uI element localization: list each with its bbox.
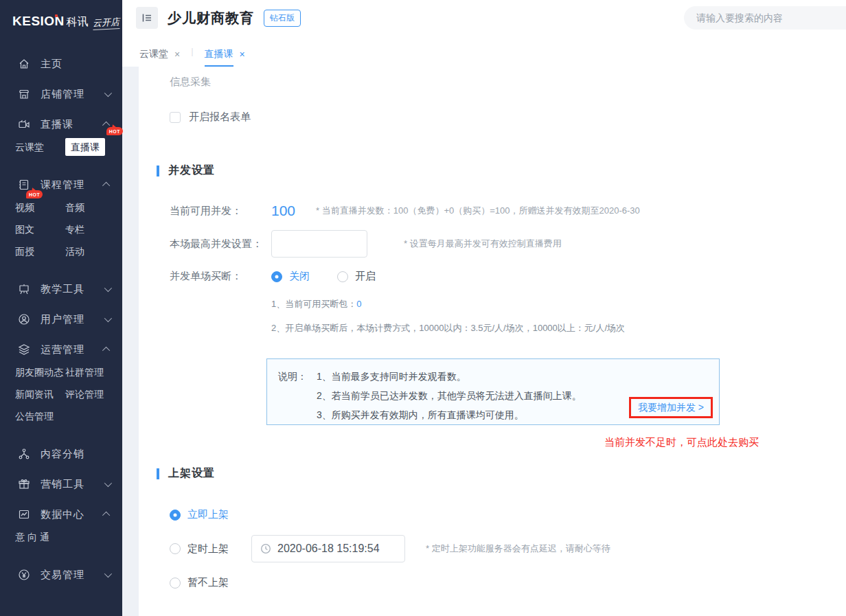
home-icon xyxy=(18,58,30,70)
course-icon xyxy=(18,179,30,191)
tab-separator: | xyxy=(191,46,193,56)
sidebar-item-data-center[interactable]: 数据中心 xyxy=(0,499,122,529)
notice-item-3: 3、所购买并发有效期内，所有直播课均可使用。 xyxy=(317,407,582,423)
page-title: 少儿财商教育 xyxy=(168,9,254,27)
radio-selected-icon xyxy=(170,510,181,521)
submenu-item-offline[interactable]: 面授 xyxy=(15,245,34,258)
sidebar-item-user-management[interactable]: 用户管理 xyxy=(0,304,122,334)
max-concurrency-label: 本场最高并发设置： xyxy=(170,238,271,251)
submenu-item-comments[interactable]: 评论管理 xyxy=(65,388,104,400)
submenu-item-article[interactable]: 图文 xyxy=(15,223,34,236)
submenu-item-cloud-classroom[interactable]: 云课堂 xyxy=(15,141,44,153)
hot-badge: HOT xyxy=(26,190,43,198)
radio-unselected-icon xyxy=(170,578,181,589)
notice-label: 说明： xyxy=(278,368,317,426)
signup-form-label: 开启报名表单 xyxy=(189,111,251,124)
signup-form-checkbox[interactable] xyxy=(170,112,181,123)
sidebar-item-shop-management[interactable]: 店铺管理 xyxy=(0,79,122,109)
sidebar-item-course-management[interactable]: 课程管理 xyxy=(0,170,122,200)
submenu-item-activity[interactable]: 活动 xyxy=(65,245,84,258)
shelf-option-immediate[interactable]: 立即上架 xyxy=(170,508,846,521)
chevron-down-icon xyxy=(104,479,112,487)
submenu-item-announcements[interactable]: 公告管理 xyxy=(15,410,54,422)
teaching-tools-icon xyxy=(18,283,30,295)
shelf-option-scheduled-row: 定时上架 2020-06-18 15:19:54 * 定时上架功能服务器会有点延… xyxy=(170,535,846,562)
available-concurrency-value: 100 xyxy=(271,203,295,219)
distribution-icon xyxy=(18,448,30,460)
notice-box: 说明： 1、当前最多支持同时并发观看数。 2、若当前学员已达并发数，其他学员将无… xyxy=(266,358,720,425)
submenu-item-moments[interactable]: 朋友圈动态 xyxy=(15,366,63,378)
max-concurrency-input[interactable] xyxy=(271,230,367,258)
tab-cloud-classroom[interactable]: 云课堂 × xyxy=(139,36,180,67)
submenu-item-community[interactable]: 社群管理 xyxy=(65,366,104,378)
tab-live-course[interactable]: 直播课 × xyxy=(205,36,245,67)
radio-unselected-icon xyxy=(337,271,348,282)
available-concurrency-label: 当前可用并发： xyxy=(170,205,271,218)
chevron-down-icon xyxy=(104,315,112,322)
sidebar-item-live-course[interactable]: 直播课 xyxy=(0,109,122,139)
content-area: 信息采集 开启报名表单 并发设置 当前可用并发： 100 * 当前直播并发数：1… xyxy=(122,67,846,616)
buyout-hint-2: 2、开启单场买断后，本场计费方式，10000以内：3.5元/人/场次，10000… xyxy=(271,322,846,334)
submenu-course-management: 视频HOT 音频 图文 专栏 面授 活动 xyxy=(0,200,122,274)
info-collection-label: 信息采集 xyxy=(170,67,846,89)
submenu-data-center: 意向通 xyxy=(0,529,122,560)
collapse-menu-icon[interactable] xyxy=(136,7,158,29)
buyout-hint-1: 1、当前可用买断包：0 xyxy=(271,298,846,310)
sidebar-item-teaching-tools[interactable]: 教学工具 xyxy=(0,274,122,304)
close-icon[interactable]: × xyxy=(240,49,245,60)
shelf-section-header: 上架设置 xyxy=(170,466,846,481)
sidebar-item-trade-management[interactable]: 交易管理 xyxy=(0,560,122,590)
close-icon[interactable]: × xyxy=(174,49,180,60)
brand-logo: KESION 科讯 云开店 xyxy=(0,0,122,30)
max-concurrency-note: * 设置每月最高并发可有效控制直播费用 xyxy=(404,238,562,250)
schedule-datetime-input[interactable]: 2020-06-18 15:19:54 xyxy=(251,535,405,562)
section-accent-bar xyxy=(157,468,159,479)
buyout-on-radio[interactable]: 开启 xyxy=(337,270,376,283)
sidebar-item-content-distribution[interactable]: 内容分销 xyxy=(0,439,122,469)
available-concurrency-row: 当前可用并发： 100 * 当前直播并发数：100（免费）+0（购买）=100，… xyxy=(170,203,846,219)
shelf-option-not-yet[interactable]: 暂不上架 xyxy=(170,576,846,589)
section-accent-bar xyxy=(157,166,159,176)
submenu-item-live-course[interactable]: 直播课HOT xyxy=(65,138,105,156)
buy-link-highlight-box: 我要增加并发 > xyxy=(629,397,713,418)
search-input[interactable] xyxy=(684,6,846,30)
sidebar-item-home[interactable]: 主页 xyxy=(0,49,122,79)
sidebar-item-marketing-tools[interactable]: 营销工具 xyxy=(0,469,122,499)
trade-icon xyxy=(18,569,30,581)
submenu-live-course: 云课堂 直播课HOT xyxy=(0,139,122,170)
sidebar: KESION 科讯 云开店 主页 店铺管理 直播课 云课堂 直播课HOT 课程管 xyxy=(0,0,122,616)
sidebar-item-operations[interactable]: 运营管理 xyxy=(0,334,122,365)
add-concurrency-link[interactable]: 我要增加并发 > xyxy=(638,402,704,413)
buyout-off-radio[interactable]: 关闭 xyxy=(271,270,310,283)
live-camera-icon xyxy=(18,118,30,130)
shop-icon xyxy=(18,88,30,100)
signup-form-row: 开启报名表单 xyxy=(170,111,846,124)
available-concurrency-note: * 当前直播并发数：100（免费）+0（购买）=100，所赠送并发有效期至202… xyxy=(316,205,640,217)
tab-bar: 云课堂 × | 直播课 × xyxy=(122,36,846,67)
data-center-icon xyxy=(18,508,30,521)
chevron-down-icon xyxy=(104,89,112,97)
submenu-item-video[interactable]: 视频HOT xyxy=(15,201,34,214)
schedule-note: * 定时上架功能服务器会有点延迟，请耐心等待 xyxy=(426,543,610,555)
submenu-item-intention[interactable]: 意向通 xyxy=(15,531,52,543)
shelf-option-scheduled[interactable]: 定时上架 xyxy=(170,543,229,556)
marketing-icon xyxy=(18,478,30,490)
notice-item-1: 1、当前最多支持同时并发观看数。 xyxy=(317,368,582,385)
submenu-item-audio[interactable]: 音频 xyxy=(65,201,84,214)
concurrency-section-header: 并发设置 xyxy=(170,163,846,178)
submenu-item-column[interactable]: 专栏 xyxy=(65,223,84,236)
chevron-down-icon xyxy=(104,570,112,578)
submenu-item-news[interactable]: 新闻资讯 xyxy=(15,388,54,400)
brand-logo-cn: 科讯 xyxy=(67,15,89,30)
max-concurrency-row: 本场最高并发设置： * 设置每月最高并发可有效控制直播费用 xyxy=(170,230,846,258)
sidebar-menu: 主页 店铺管理 直播课 云课堂 直播课HOT 课程管理 视频HOT xyxy=(0,49,122,590)
hot-badge: HOT xyxy=(106,127,123,135)
buyout-label: 并发单场买断： xyxy=(170,270,271,283)
submenu-operations: 朋友圈动态 社群管理 新闻资讯 评论管理 公告管理 xyxy=(0,365,122,439)
clock-icon xyxy=(260,543,271,554)
radio-selected-icon xyxy=(271,271,282,282)
form-panel: 信息采集 开启报名表单 并发设置 当前可用并发： 100 * 当前直播并发数：1… xyxy=(139,67,846,616)
user-icon xyxy=(18,313,30,326)
brand-logo-en: KESION xyxy=(12,14,65,29)
buyout-row: 并发单场买断： 关闭 开启 xyxy=(170,270,846,283)
